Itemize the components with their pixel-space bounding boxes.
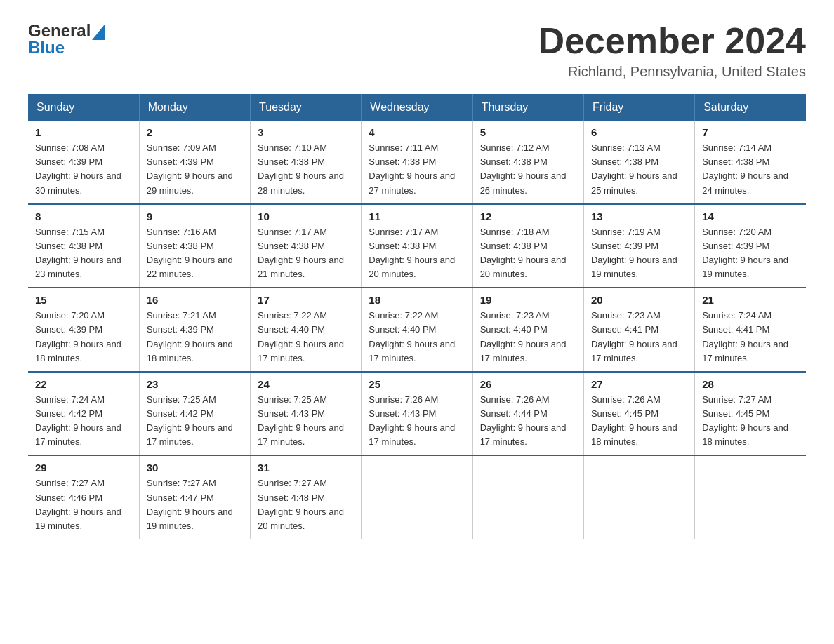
col-header-sunday: Sunday bbox=[28, 94, 139, 121]
col-header-saturday: Saturday bbox=[695, 94, 806, 121]
calendar-cell: 24Sunrise: 7:25 AMSunset: 4:43 PMDayligh… bbox=[251, 372, 362, 456]
day-number: 13 bbox=[591, 210, 687, 222]
day-number: 27 bbox=[591, 378, 687, 390]
calendar-cell: 27Sunrise: 7:26 AMSunset: 4:45 PMDayligh… bbox=[583, 372, 694, 456]
day-number: 20 bbox=[591, 294, 687, 306]
day-number: 23 bbox=[147, 378, 243, 390]
logo-blue-text: Blue bbox=[28, 38, 65, 57]
day-number: 12 bbox=[480, 210, 576, 222]
day-number: 17 bbox=[258, 294, 354, 306]
day-number: 4 bbox=[369, 126, 465, 138]
day-number: 24 bbox=[258, 378, 354, 390]
calendar-cell: 1Sunrise: 7:08 AMSunset: 4:39 PMDaylight… bbox=[28, 121, 139, 204]
day-number: 28 bbox=[702, 378, 799, 390]
header: General Blue December 2024 Richland, Pen… bbox=[28, 21, 806, 80]
calendar-cell: 5Sunrise: 7:12 AMSunset: 4:38 PMDaylight… bbox=[472, 121, 583, 204]
day-number: 29 bbox=[35, 462, 132, 474]
day-info: Sunrise: 7:13 AMSunset: 4:38 PMDaylight:… bbox=[591, 141, 687, 198]
day-info: Sunrise: 7:24 AMSunset: 4:41 PMDaylight:… bbox=[702, 309, 799, 365]
day-info: Sunrise: 7:27 AMSunset: 4:45 PMDaylight:… bbox=[702, 393, 799, 450]
day-info: Sunrise: 7:12 AMSunset: 4:38 PMDaylight:… bbox=[480, 141, 576, 198]
calendar-cell: 6Sunrise: 7:13 AMSunset: 4:38 PMDaylight… bbox=[583, 121, 694, 204]
calendar-cell: 10Sunrise: 7:17 AMSunset: 4:38 PMDayligh… bbox=[251, 204, 362, 288]
day-number: 16 bbox=[147, 294, 243, 306]
calendar-cell: 31Sunrise: 7:27 AMSunset: 4:48 PMDayligh… bbox=[251, 455, 362, 539]
day-info: Sunrise: 7:20 AMSunset: 4:39 PMDaylight:… bbox=[702, 225, 799, 282]
location-title: Richland, Pennsylvania, United States bbox=[538, 64, 806, 80]
calendar-cell: 18Sunrise: 7:22 AMSunset: 4:40 PMDayligh… bbox=[362, 288, 472, 372]
col-header-wednesday: Wednesday bbox=[362, 94, 472, 121]
day-number: 31 bbox=[258, 462, 354, 474]
calendar-cell: 28Sunrise: 7:27 AMSunset: 4:45 PMDayligh… bbox=[695, 372, 806, 456]
logo-triangle-icon bbox=[92, 21, 105, 41]
col-header-friday: Friday bbox=[583, 94, 694, 121]
day-number: 22 bbox=[35, 378, 132, 390]
day-info: Sunrise: 7:26 AMSunset: 4:44 PMDaylight:… bbox=[480, 393, 576, 450]
day-number: 7 bbox=[702, 126, 799, 138]
day-number: 18 bbox=[369, 294, 465, 306]
day-number: 5 bbox=[480, 126, 576, 138]
calendar-cell: 11Sunrise: 7:17 AMSunset: 4:38 PMDayligh… bbox=[362, 204, 472, 288]
calendar-cell: 30Sunrise: 7:27 AMSunset: 4:47 PMDayligh… bbox=[139, 455, 250, 539]
calendar-cell bbox=[583, 455, 694, 539]
day-number: 15 bbox=[35, 294, 132, 306]
calendar-cell: 12Sunrise: 7:18 AMSunset: 4:38 PMDayligh… bbox=[472, 204, 583, 288]
day-info: Sunrise: 7:11 AMSunset: 4:38 PMDaylight:… bbox=[369, 141, 465, 198]
day-info: Sunrise: 7:27 AMSunset: 4:47 PMDaylight:… bbox=[147, 476, 243, 533]
calendar-cell: 17Sunrise: 7:22 AMSunset: 4:40 PMDayligh… bbox=[251, 288, 362, 372]
svg-marker-0 bbox=[92, 25, 105, 40]
day-info: Sunrise: 7:26 AMSunset: 4:43 PMDaylight:… bbox=[369, 393, 465, 450]
day-number: 26 bbox=[480, 378, 576, 390]
day-info: Sunrise: 7:27 AMSunset: 4:48 PMDaylight:… bbox=[258, 476, 354, 533]
month-title: December 2024 bbox=[538, 21, 806, 61]
day-number: 9 bbox=[147, 210, 243, 222]
day-info: Sunrise: 7:22 AMSunset: 4:40 PMDaylight:… bbox=[258, 309, 354, 365]
calendar-cell: 25Sunrise: 7:26 AMSunset: 4:43 PMDayligh… bbox=[362, 372, 472, 456]
day-number: 8 bbox=[35, 210, 132, 222]
day-info: Sunrise: 7:15 AMSunset: 4:38 PMDaylight:… bbox=[35, 225, 132, 282]
calendar-cell: 9Sunrise: 7:16 AMSunset: 4:38 PMDaylight… bbox=[139, 204, 250, 288]
calendar-cell: 15Sunrise: 7:20 AMSunset: 4:39 PMDayligh… bbox=[28, 288, 139, 372]
col-header-tuesday: Tuesday bbox=[251, 94, 362, 121]
calendar-table: SundayMondayTuesdayWednesdayThursdayFrid… bbox=[28, 94, 806, 539]
day-info: Sunrise: 7:27 AMSunset: 4:46 PMDaylight:… bbox=[35, 476, 132, 533]
calendar-week-row: 22Sunrise: 7:24 AMSunset: 4:42 PMDayligh… bbox=[28, 372, 806, 456]
col-header-monday: Monday bbox=[139, 94, 250, 121]
day-number: 3 bbox=[258, 126, 354, 138]
calendar-cell: 8Sunrise: 7:15 AMSunset: 4:38 PMDaylight… bbox=[28, 204, 139, 288]
day-number: 11 bbox=[369, 210, 465, 222]
day-number: 14 bbox=[702, 210, 799, 222]
day-number: 21 bbox=[702, 294, 799, 306]
calendar-cell: 29Sunrise: 7:27 AMSunset: 4:46 PMDayligh… bbox=[28, 455, 139, 539]
day-info: Sunrise: 7:14 AMSunset: 4:38 PMDaylight:… bbox=[702, 141, 799, 198]
day-info: Sunrise: 7:16 AMSunset: 4:38 PMDaylight:… bbox=[147, 225, 243, 282]
day-info: Sunrise: 7:21 AMSunset: 4:39 PMDaylight:… bbox=[147, 309, 243, 365]
day-info: Sunrise: 7:08 AMSunset: 4:39 PMDaylight:… bbox=[35, 141, 132, 198]
calendar-cell bbox=[472, 455, 583, 539]
calendar-cell: 7Sunrise: 7:14 AMSunset: 4:38 PMDaylight… bbox=[695, 121, 806, 204]
day-number: 19 bbox=[480, 294, 576, 306]
calendar-cell: 13Sunrise: 7:19 AMSunset: 4:39 PMDayligh… bbox=[583, 204, 694, 288]
calendar-week-row: 15Sunrise: 7:20 AMSunset: 4:39 PMDayligh… bbox=[28, 288, 806, 372]
calendar-cell: 26Sunrise: 7:26 AMSunset: 4:44 PMDayligh… bbox=[472, 372, 583, 456]
day-number: 6 bbox=[591, 126, 687, 138]
day-info: Sunrise: 7:17 AMSunset: 4:38 PMDaylight:… bbox=[369, 225, 465, 282]
calendar-cell: 23Sunrise: 7:25 AMSunset: 4:42 PMDayligh… bbox=[139, 372, 250, 456]
day-info: Sunrise: 7:23 AMSunset: 4:40 PMDaylight:… bbox=[480, 309, 576, 365]
day-number: 10 bbox=[258, 210, 354, 222]
calendar-week-row: 8Sunrise: 7:15 AMSunset: 4:38 PMDaylight… bbox=[28, 204, 806, 288]
day-number: 2 bbox=[147, 126, 243, 138]
day-info: Sunrise: 7:18 AMSunset: 4:38 PMDaylight:… bbox=[480, 225, 576, 282]
calendar-header-row: SundayMondayTuesdayWednesdayThursdayFrid… bbox=[28, 94, 806, 121]
day-info: Sunrise: 7:23 AMSunset: 4:41 PMDaylight:… bbox=[591, 309, 687, 365]
day-info: Sunrise: 7:26 AMSunset: 4:45 PMDaylight:… bbox=[591, 393, 687, 450]
day-info: Sunrise: 7:10 AMSunset: 4:38 PMDaylight:… bbox=[258, 141, 354, 198]
calendar-cell: 21Sunrise: 7:24 AMSunset: 4:41 PMDayligh… bbox=[695, 288, 806, 372]
calendar-cell bbox=[362, 455, 472, 539]
calendar-cell: 4Sunrise: 7:11 AMSunset: 4:38 PMDaylight… bbox=[362, 121, 472, 204]
day-info: Sunrise: 7:17 AMSunset: 4:38 PMDaylight:… bbox=[258, 225, 354, 282]
calendar-cell: 3Sunrise: 7:10 AMSunset: 4:38 PMDaylight… bbox=[251, 121, 362, 204]
day-info: Sunrise: 7:09 AMSunset: 4:39 PMDaylight:… bbox=[147, 141, 243, 198]
day-info: Sunrise: 7:22 AMSunset: 4:40 PMDaylight:… bbox=[369, 309, 465, 365]
day-info: Sunrise: 7:24 AMSunset: 4:42 PMDaylight:… bbox=[35, 393, 132, 450]
